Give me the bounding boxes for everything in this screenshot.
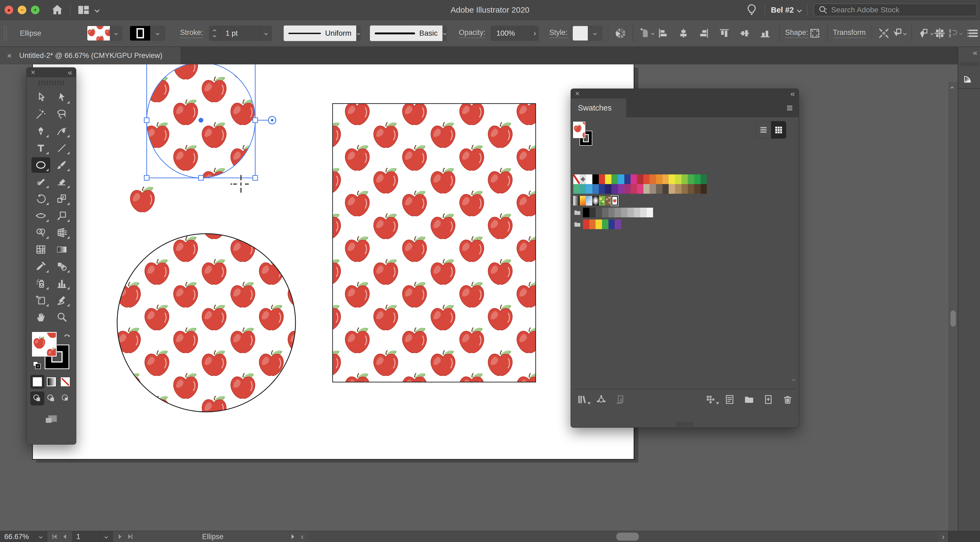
swatch-color[interactable] [694,174,701,184]
swatch-color[interactable] [615,219,621,229]
tab-swatches[interactable]: Swatches [571,98,626,117]
swatch-color[interactable] [637,184,643,194]
vertical-align-center-icon[interactable] [738,25,751,41]
tool-shaper[interactable] [32,174,50,190]
delete-swatch-icon[interactable] [782,394,793,405]
color-themes-icon[interactable] [596,394,607,405]
style-swatch-button[interactable] [573,26,603,41]
stroke-chevron-icon[interactable] [150,26,165,41]
swatch-color[interactable] [618,174,624,184]
swatch-color[interactable] [583,219,589,229]
list-view-button[interactable] [756,121,771,138]
swatch-gradient-white-black[interactable] [573,196,580,206]
tool-eraser[interactable] [52,174,71,190]
tool-eyedropper[interactable] [32,259,50,274]
horizontal-align-left-icon[interactable] [656,25,670,41]
swatch-pattern-swirl[interactable] [605,196,611,206]
swatch-color[interactable] [621,208,628,217]
none-mode-button[interactable] [58,375,72,389]
swatch-color[interactable] [643,184,650,194]
recolor-artwork-icon[interactable] [614,25,627,41]
tool-free-transform[interactable] [52,208,71,223]
tool-ellipse[interactable] [32,157,50,173]
swatches-menu-icon[interactable]: ≡ [787,102,793,114]
workspace-layout-icon[interactable] [76,3,91,17]
home-icon[interactable] [50,3,64,17]
swatch-color[interactable] [599,184,605,194]
variable-width-profile-dropdown[interactable]: Uniform [284,25,361,41]
tool-lasso[interactable] [52,106,71,122]
swatch-color[interactable] [589,219,596,229]
prev-artboard-icon[interactable] [60,532,69,540]
stroke-weight-chevron-icon[interactable] [260,26,272,41]
account-menu[interactable]: Bel #2 [771,6,801,14]
vertical-align-bottom-icon[interactable] [758,25,772,41]
swatch-color[interactable] [611,174,618,184]
swatch-color[interactable] [624,174,631,184]
swatch-none[interactable] [573,174,580,184]
swatch-registration[interactable] [580,174,586,184]
workspace-chevron-icon[interactable] [95,8,99,12]
tool-selection[interactable] [32,90,50,105]
swatches-scroll-down-icon[interactable] [792,377,795,382]
tool-pen[interactable] [32,124,50,139]
tool-direct-selection[interactable] [52,90,71,105]
screen-mode-button[interactable] [27,412,76,428]
swatch-gradient-orange[interactable] [580,196,586,206]
panel-grip-icon[interactable] [4,26,7,40]
tool-shape-builder[interactable] [32,225,50,241]
shape-modes-icon[interactable] [947,25,962,41]
tool-blend[interactable] [52,259,71,274]
swatch-pattern-apple[interactable] [611,196,618,206]
libraries-icon[interactable] [576,394,587,405]
fill-color-mode-button[interactable] [30,375,45,389]
dock-expand-icon[interactable]: « [958,47,980,57]
tool-paintbrush[interactable] [52,157,71,173]
adobe-stock-search[interactable] [813,3,977,16]
swatch-color[interactable] [688,174,694,184]
status-expand-icon[interactable] [288,532,297,540]
tool-type[interactable] [32,140,50,156]
zoom-level-value[interactable]: 66.67% [0,531,34,542]
swatch-color[interactable] [701,174,707,184]
swatch-color[interactable] [596,208,602,217]
last-artboard-icon[interactable] [126,532,135,540]
shape-panel-link[interactable]: Shape: [785,29,808,38]
swatch-color[interactable] [583,208,589,217]
scroll-up-icon[interactable] [951,86,953,90]
tool-perspective-grid[interactable] [52,225,71,241]
swatch-color[interactable] [599,174,605,184]
tool-magic-wand[interactable] [32,106,50,122]
swatch-color[interactable] [662,184,669,194]
window-close-button[interactable]: ● [5,6,13,14]
transform-panel-link[interactable]: Transform [833,29,866,38]
vertical-align-top-icon[interactable] [718,25,731,41]
swatch-color[interactable] [596,219,602,229]
grid-view-button[interactable] [771,121,786,138]
swatch-color[interactable] [580,184,586,194]
swatch-fade-transparent[interactable] [586,196,592,206]
brush-definition-dropdown[interactable]: Basic [370,25,447,41]
brights-folder-icon[interactable] [573,219,582,229]
shape-properties-icon[interactable] [808,25,822,41]
draw-inside-button[interactable] [58,391,72,406]
opacity-value[interactable]: 100% [491,26,531,41]
dock-grip-icon[interactable] [958,62,980,66]
swatch-color[interactable] [647,208,653,217]
swatch-color[interactable] [669,184,675,194]
canvas[interactable] [0,64,948,531]
tool-hand[interactable] [32,309,50,325]
tool-width[interactable] [32,208,50,223]
center-point[interactable] [199,118,204,123]
toolbar-grip-icon[interactable] [27,81,76,85]
horizontal-align-right-icon[interactable] [697,25,711,41]
draw-normal-button[interactable] [30,391,45,406]
new-swatch-icon[interactable] [763,394,774,405]
swatch-color[interactable] [630,184,637,194]
swatch-color[interactable] [611,184,618,194]
tool-line-segment[interactable] [52,140,71,156]
swatch-color[interactable] [615,208,621,217]
first-artboard-icon[interactable] [50,532,59,540]
select-similar-icon[interactable] [891,25,906,41]
swatches-fill-stroke-proxy[interactable] [573,122,595,147]
